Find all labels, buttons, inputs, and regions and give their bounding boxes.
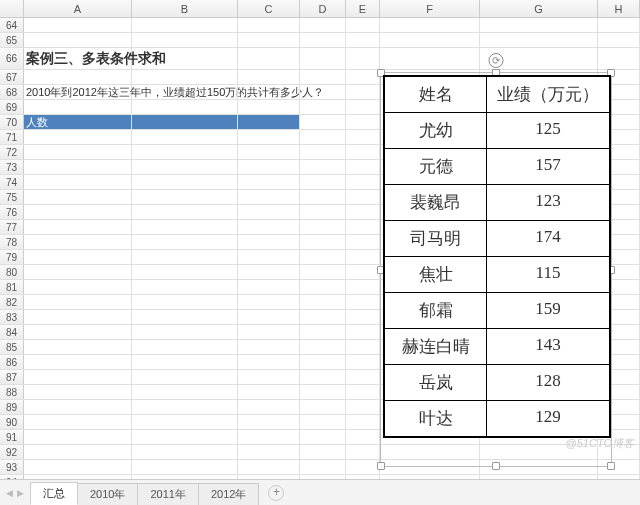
row-header[interactable]: 93 — [0, 460, 24, 474]
cell[interactable] — [24, 235, 132, 249]
row-header[interactable]: 81 — [0, 280, 24, 294]
cell[interactable] — [238, 205, 300, 219]
col-header-H[interactable]: H — [598, 0, 640, 17]
cell[interactable] — [132, 100, 238, 114]
cell[interactable] — [300, 265, 346, 279]
row-header[interactable]: 91 — [0, 430, 24, 444]
cell[interactable] — [346, 220, 380, 234]
col-header-C[interactable]: C — [238, 0, 300, 17]
row-header[interactable]: 85 — [0, 340, 24, 354]
cell[interactable] — [24, 145, 132, 159]
cell[interactable] — [300, 175, 346, 189]
cell[interactable] — [24, 310, 132, 324]
cell[interactable] — [346, 190, 380, 204]
row-header[interactable]: 69 — [0, 100, 24, 114]
row-header[interactable]: 88 — [0, 385, 24, 399]
cell[interactable] — [24, 340, 132, 354]
cell[interactable] — [300, 340, 346, 354]
cell[interactable] — [24, 355, 132, 369]
row-header[interactable]: 70 — [0, 115, 24, 129]
cell[interactable] — [24, 430, 132, 444]
cell[interactable] — [598, 33, 640, 47]
cell[interactable] — [380, 460, 480, 474]
cell[interactable] — [346, 460, 380, 474]
cell[interactable] — [300, 415, 346, 429]
cell[interactable] — [346, 295, 380, 309]
cell[interactable] — [380, 33, 480, 47]
row-header[interactable]: 86 — [0, 355, 24, 369]
cell[interactable] — [238, 18, 300, 32]
cell[interactable] — [24, 220, 132, 234]
cell[interactable] — [24, 265, 132, 279]
cell[interactable] — [132, 160, 238, 174]
cell[interactable] — [238, 145, 300, 159]
cell[interactable] — [346, 265, 380, 279]
row-header[interactable]: 64 — [0, 18, 24, 32]
cell[interactable] — [300, 160, 346, 174]
cell[interactable] — [346, 430, 380, 444]
cell[interactable] — [346, 370, 380, 384]
cell[interactable] — [132, 48, 238, 69]
select-all-corner[interactable] — [0, 0, 24, 17]
cell[interactable] — [480, 18, 598, 32]
cell[interactable] — [300, 460, 346, 474]
row-header[interactable]: 92 — [0, 445, 24, 459]
cell[interactable] — [132, 265, 238, 279]
cell[interactable] — [346, 85, 380, 99]
cell[interactable] — [238, 340, 300, 354]
row-header[interactable]: 75 — [0, 190, 24, 204]
cell[interactable] — [238, 370, 300, 384]
cell[interactable] — [238, 115, 300, 129]
cell[interactable] — [346, 415, 380, 429]
cell[interactable] — [24, 250, 132, 264]
cell[interactable] — [300, 205, 346, 219]
cell[interactable] — [24, 400, 132, 414]
row-header[interactable]: 76 — [0, 205, 24, 219]
tab-nav-next-icon[interactable]: ▶ — [17, 488, 24, 498]
cell[interactable] — [132, 190, 238, 204]
cell[interactable] — [24, 385, 132, 399]
cell[interactable] — [238, 325, 300, 339]
row-header[interactable]: 67 — [0, 70, 24, 84]
cell[interactable] — [238, 415, 300, 429]
cell[interactable] — [300, 85, 346, 99]
cell[interactable] — [132, 250, 238, 264]
cell[interactable] — [346, 18, 380, 32]
cell[interactable] — [132, 130, 238, 144]
cell[interactable] — [132, 115, 238, 129]
cell[interactable] — [238, 385, 300, 399]
cell[interactable] — [300, 250, 346, 264]
cell[interactable] — [300, 355, 346, 369]
cell[interactable] — [598, 18, 640, 32]
cell[interactable] — [132, 145, 238, 159]
cell[interactable] — [24, 190, 132, 204]
cell[interactable] — [480, 48, 598, 69]
cell[interactable] — [300, 130, 346, 144]
cell[interactable] — [346, 250, 380, 264]
col-header-E[interactable]: E — [346, 0, 380, 17]
cell[interactable] — [132, 415, 238, 429]
cell[interactable] — [346, 280, 380, 294]
cell[interactable] — [132, 295, 238, 309]
cell[interactable] — [480, 460, 598, 474]
row-header[interactable]: 73 — [0, 160, 24, 174]
cell[interactable] — [24, 415, 132, 429]
cell[interactable] — [238, 85, 300, 99]
cell[interactable] — [24, 280, 132, 294]
cell[interactable] — [300, 115, 346, 129]
row-header[interactable]: 83 — [0, 310, 24, 324]
cell[interactable] — [300, 385, 346, 399]
row-header[interactable]: 71 — [0, 130, 24, 144]
cell[interactable] — [238, 100, 300, 114]
cell[interactable] — [300, 235, 346, 249]
cell[interactable] — [238, 175, 300, 189]
cell[interactable] — [24, 445, 132, 459]
cell[interactable] — [380, 445, 480, 459]
cell[interactable] — [24, 160, 132, 174]
cell[interactable] — [132, 445, 238, 459]
row-header[interactable]: 77 — [0, 220, 24, 234]
tab-nav-prev-icon[interactable]: ◀ — [6, 488, 13, 498]
cell[interactable] — [238, 310, 300, 324]
cell[interactable] — [238, 355, 300, 369]
row-header[interactable]: 79 — [0, 250, 24, 264]
